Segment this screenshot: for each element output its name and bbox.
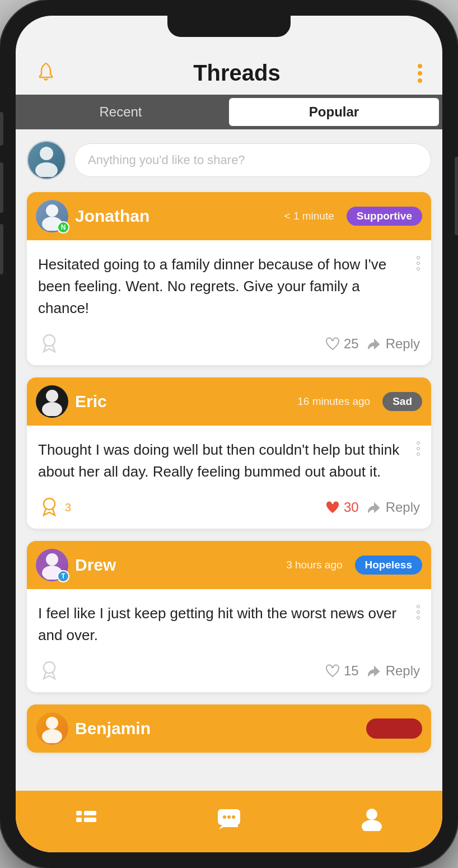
thread-body-eric: Thought I was doing well but then couldn… (27, 426, 431, 491)
bell-icon[interactable] (36, 61, 56, 86)
tab-recent[interactable]: Recent (16, 95, 226, 129)
tab-popular[interactable]: Popular (229, 98, 439, 126)
thread-header-drew: T Drew 3 hours ago Hopeless (27, 541, 431, 589)
avatar-jonathan: N (36, 200, 68, 232)
thread-header-benjamin: Benjamin (27, 704, 431, 753)
thread-name-drew: Drew (75, 556, 279, 575)
thread-actions-drew: 15 Reply (325, 663, 420, 679)
thread-tag-eric: Sad (382, 392, 422, 411)
award-icon-drew (38, 660, 60, 682)
reply-button-drew[interactable]: Reply (367, 663, 420, 679)
award-count-eric: 3 (65, 501, 71, 514)
thread-header-eric: Eric 16 minutes ago Sad (27, 377, 431, 426)
like-button-jonathan[interactable]: 25 (325, 336, 359, 352)
svg-point-18 (223, 815, 226, 819)
thread-footer-drew: 15 Reply (27, 654, 431, 692)
svg-point-6 (42, 402, 62, 416)
thread-tag-drew: Hopeless (355, 556, 422, 575)
more-dots-eric[interactable] (417, 439, 420, 456)
svg-point-21 (366, 809, 377, 820)
svg-point-11 (46, 717, 58, 729)
svg-point-5 (46, 390, 58, 402)
tabs-bar: Recent Popular (16, 95, 442, 129)
thread-name-benjamin: Benjamin (75, 719, 214, 738)
thread-body-jonathan: Hesitated going to a family dinner becau… (27, 240, 431, 327)
thread-time-jonathan: < 1 minute (284, 210, 334, 222)
thread-name-jonathan: Jonathan (75, 207, 278, 226)
thread-body-drew: I feel like I just keep getting hit with… (27, 589, 431, 654)
nav-feed[interactable] (74, 809, 99, 829)
svg-point-8 (46, 553, 58, 566)
svg-point-1 (35, 162, 58, 177)
award-icon-jonathan (38, 333, 60, 355)
thread-card: N Jonathan < 1 minute Supportive Hesitat… (27, 192, 431, 365)
thread-text-eric: Thought I was doing well but then couldn… (38, 439, 420, 483)
thread-header-jonathan: N Jonathan < 1 minute Supportive (27, 192, 431, 240)
svg-point-19 (227, 815, 231, 819)
avatar-drew: T (36, 549, 68, 581)
user-avatar (27, 141, 66, 180)
reply-button-eric[interactable]: Reply (367, 500, 420, 515)
like-count-jonathan: 25 (344, 336, 359, 352)
thread-footer-eric: 3 30 (27, 491, 431, 529)
nav-profile[interactable] (359, 806, 384, 831)
thread-tag-benjamin (366, 718, 422, 739)
svg-rect-16 (84, 818, 96, 822)
like-count-drew: 15 (344, 663, 359, 679)
post-input[interactable]: Anything you'd like to share? (74, 143, 431, 177)
more-dots[interactable] (417, 254, 420, 270)
like-button-eric[interactable]: 30 (325, 500, 359, 515)
badge-t: T (57, 570, 69, 582)
thread-card-benjamin: Benjamin (27, 704, 431, 753)
page-title: Threads (193, 60, 281, 86)
svg-rect-14 (84, 811, 96, 815)
svg-point-0 (40, 147, 53, 160)
app-header: Threads (16, 55, 442, 95)
svg-point-12 (42, 729, 62, 743)
svg-point-2 (46, 204, 58, 217)
avatar-eric (36, 385, 68, 418)
thread-actions-eric: 30 Reply (325, 500, 420, 515)
thread-actions-jonathan: 25 Reply (325, 336, 420, 352)
svg-rect-13 (76, 811, 82, 815)
like-count-eric: 30 (344, 500, 359, 515)
like-button-drew[interactable]: 15 (325, 663, 359, 679)
more-options-icon[interactable] (418, 64, 422, 83)
thread-footer-jonathan: 25 Reply (27, 327, 431, 365)
svg-point-7 (44, 498, 55, 510)
thread-time-eric: 16 minutes ago (297, 395, 370, 408)
svg-point-22 (362, 820, 382, 831)
svg-point-4 (44, 335, 55, 346)
more-dots-drew[interactable] (417, 603, 420, 619)
thread-time-drew: 3 hours ago (286, 559, 342, 571)
thread-tag-jonathan: Supportive (347, 207, 422, 226)
thread-card-eric: Eric 16 minutes ago Sad Thought I was do… (27, 377, 431, 529)
thread-text-jonathan: Hesitated going to a family dinner becau… (38, 254, 420, 319)
thread-text-drew: I feel like I just keep getting hit with… (38, 603, 420, 646)
reply-button-jonathan[interactable]: Reply (367, 336, 420, 352)
svg-rect-15 (76, 818, 82, 822)
award-icon-eric: 3 (38, 496, 71, 519)
svg-point-20 (232, 815, 235, 819)
badge-n: N (57, 221, 69, 234)
nav-chat[interactable] (216, 807, 242, 830)
thread-name-eric: Eric (75, 392, 291, 411)
post-input-row: Anything you'd like to share? (27, 141, 431, 180)
svg-point-10 (44, 662, 55, 673)
thread-card-drew: T Drew 3 hours ago Hopeless I feel like … (27, 541, 431, 692)
avatar-benjamin (36, 712, 68, 745)
feed-scroll[interactable]: Anything you'd like to share? (16, 129, 442, 791)
bottom-nav (16, 791, 442, 852)
